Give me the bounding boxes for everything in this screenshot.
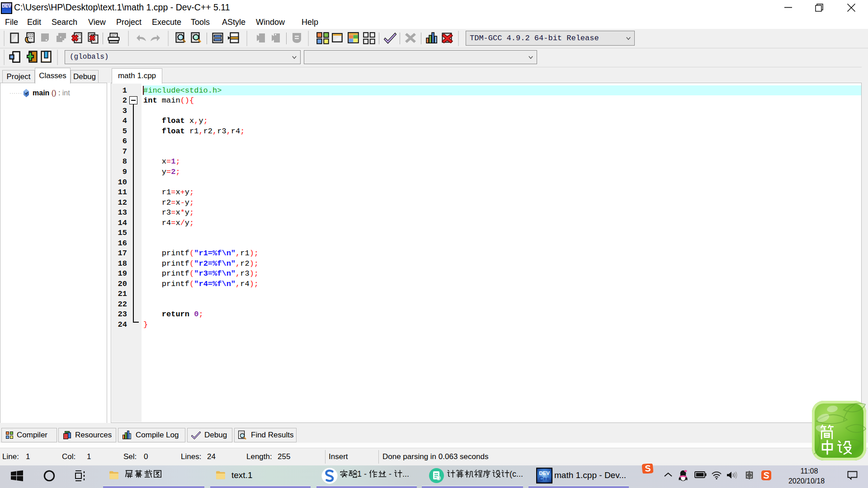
svg-text:DEV: DEV <box>539 470 550 476</box>
svg-text:C++: C++ <box>539 476 550 482</box>
svg-text:C++: C++ <box>2 8 11 14</box>
